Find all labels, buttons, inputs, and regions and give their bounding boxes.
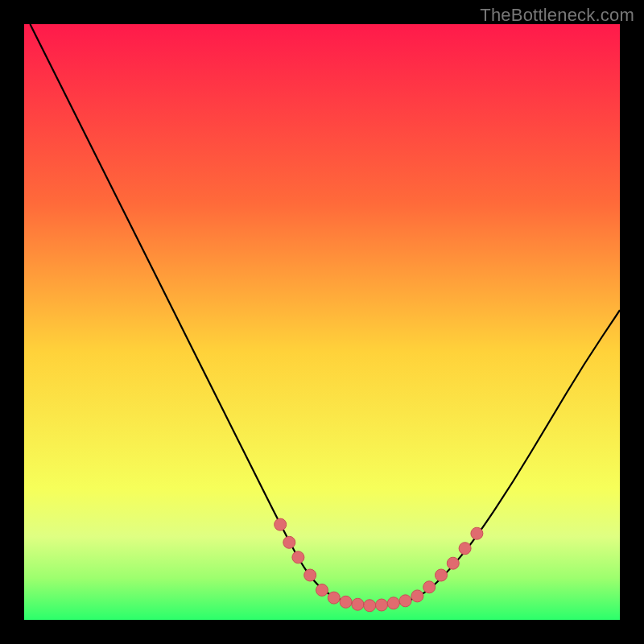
curve-dot: [304, 569, 316, 581]
curve-dot: [364, 600, 376, 612]
curve-dot: [436, 569, 448, 581]
curve-dot: [447, 557, 459, 569]
curve-dot: [376, 599, 388, 611]
curve-dot: [292, 551, 304, 564]
curve-dot: [316, 584, 328, 597]
watermark-text: TheBottleneck.com: [480, 5, 634, 26]
curve-dot: [411, 590, 423, 602]
chart-stage: TheBottleneck.com: [0, 0, 644, 644]
curve-dot: [423, 581, 436, 593]
curve-dot: [459, 543, 471, 555]
curve-dot: [387, 597, 399, 609]
curve-dot: [328, 592, 340, 604]
curve-dot: [340, 596, 352, 608]
curve-dot: [399, 595, 411, 607]
curve-dot: [283, 536, 295, 548]
curve-dot: [352, 598, 364, 610]
curve-dot: [471, 527, 483, 539]
curve-dot: [275, 518, 287, 530]
chart-background: [24, 24, 620, 620]
bottleneck-chart: [24, 24, 620, 620]
